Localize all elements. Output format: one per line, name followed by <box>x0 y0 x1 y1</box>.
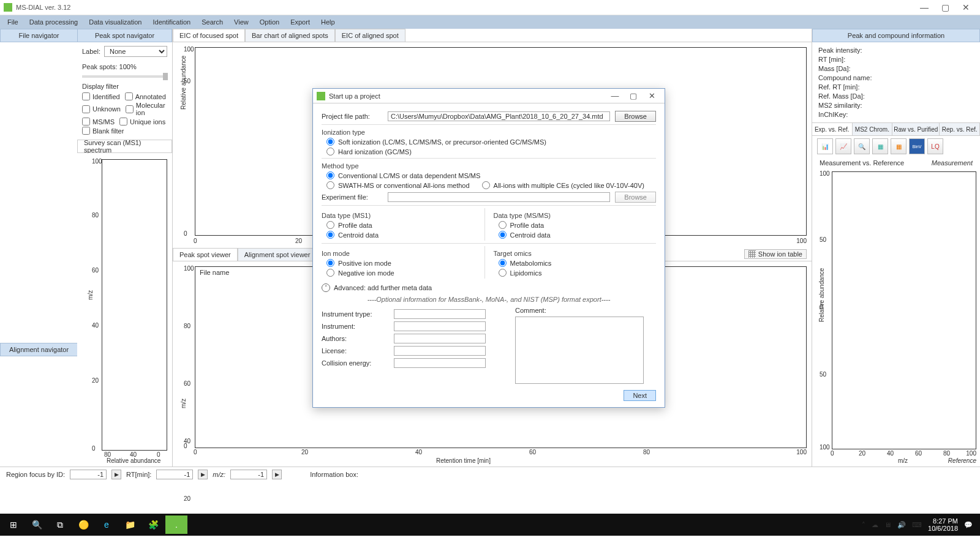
minimize-button[interactable]: — <box>914 2 935 12</box>
menu-search[interactable]: Search <box>197 17 228 27</box>
radio-msms-centroid[interactable] <box>499 231 507 239</box>
info-inchikey: InChIKey: <box>818 111 974 118</box>
radio-negative-ion[interactable] <box>326 269 334 277</box>
tray-onedrive-icon[interactable]: ☁ <box>872 521 878 529</box>
chart-icon-7[interactable]: LQ <box>927 138 943 154</box>
edge-icon[interactable]: e <box>96 515 118 534</box>
radio-allions[interactable] <box>482 181 490 189</box>
tab-bar-chart[interactable]: Bar chart of aligned spots <box>245 29 335 42</box>
tab-exp-vs-ref[interactable]: Exp. vs. Ref. <box>812 123 853 135</box>
chk-identified[interactable]: Identified <box>82 92 120 100</box>
chk-unique-ions[interactable]: Unique ions <box>119 118 165 126</box>
close-button[interactable]: ✕ <box>956 2 976 12</box>
dialog-app-icon <box>317 92 325 100</box>
instrument-label: Instrument: <box>322 323 389 330</box>
project-path-label: Project file path: <box>322 113 383 120</box>
comment-textarea[interactable] <box>515 317 644 384</box>
radio-conventional[interactable] <box>326 171 334 179</box>
tab-rep-vs-ref[interactable]: Rep. vs. Ref. <box>940 123 980 135</box>
menu-data-processing[interactable]: Data processing <box>24 17 83 27</box>
license-input[interactable] <box>394 346 486 356</box>
measurement-reference-plot[interactable]: Relative abundance 100 50 0 50 100 0 20 … <box>812 169 980 467</box>
tray-volume-icon[interactable]: 🔊 <box>897 521 906 529</box>
rt-input[interactable] <box>156 470 193 479</box>
msdial-taskbar-icon[interactable]: . <box>165 515 187 534</box>
label-select[interactable]: None <box>104 46 167 57</box>
chk-msms[interactable]: MS/MS <box>82 118 115 126</box>
dialog-minimize[interactable]: — <box>606 91 624 100</box>
start-button[interactable]: ⊞ <box>2 515 24 534</box>
show-ion-table-button[interactable]: Show ion table <box>744 249 807 259</box>
search-icon[interactable]: 🔍 <box>26 515 48 534</box>
collision-energy-input[interactable] <box>394 358 486 368</box>
chk-annotated[interactable]: Annotated <box>125 92 166 100</box>
chrome-icon[interactable]: 🟡 <box>72 515 94 534</box>
dialog-close[interactable]: ✕ <box>643 91 661 100</box>
collision-energy-label: Collision energy: <box>322 359 389 367</box>
chk-molecular-ion[interactable]: Molecular ion <box>126 102 167 116</box>
chart-icon-3[interactable]: 🔍 <box>854 138 870 154</box>
tab-eic-aligned[interactable]: EIC of aligned spot <box>335 29 405 42</box>
tray-lang-icon[interactable]: ⌨ <box>912 521 922 529</box>
radio-metabolomics[interactable] <box>499 259 507 267</box>
menu-file[interactable]: File <box>2 17 23 27</box>
survey-scan-plot[interactable]: m/z Relative abundance 100 80 60 40 20 0… <box>77 153 172 467</box>
menu-export[interactable]: Export <box>285 17 315 27</box>
menu-help[interactable]: Help <box>316 17 340 27</box>
tray-network-icon[interactable]: 🖥 <box>884 521 891 528</box>
chart-icon-1[interactable]: 📊 <box>817 138 833 154</box>
menu-view[interactable]: View <box>229 17 254 27</box>
region-focus-input[interactable] <box>70 470 107 479</box>
rt-label: RT[min]: <box>126 471 151 478</box>
radio-lipidomics[interactable] <box>499 269 507 277</box>
explorer-icon[interactable]: 📁 <box>119 515 141 534</box>
tab-raw-vs-purified[interactable]: Raw vs. Purified <box>892 123 940 135</box>
tray-notifications-icon[interactable]: 💬 <box>964 521 973 529</box>
dialog-maximize[interactable]: ▢ <box>624 91 643 100</box>
radio-hard-ionization[interactable] <box>326 148 334 156</box>
authors-input[interactable] <box>394 334 486 343</box>
tray-clock[interactable]: 8:27 PM 10/6/2018 <box>928 517 958 532</box>
radio-swath[interactable] <box>326 181 334 189</box>
radio-soft-ionization[interactable] <box>326 138 334 146</box>
advanced-toggle-icon[interactable]: ˄ <box>322 283 330 292</box>
start-project-dialog: Start up a project — ▢ ✕ Project file pa… <box>312 88 665 408</box>
mz-go[interactable]: ▶ <box>272 470 282 479</box>
tab-eic-focused[interactable]: EIC of focused spot <box>173 29 245 42</box>
menu-identification[interactable]: Identification <box>148 17 195 27</box>
mz-input[interactable] <box>230 470 267 479</box>
project-path-input[interactable] <box>388 111 610 121</box>
instrument-input[interactable] <box>394 321 486 331</box>
task-view-icon[interactable]: ⧉ <box>49 515 71 534</box>
next-button[interactable]: Next <box>624 390 656 401</box>
tab-ms2-chrom[interactable]: MS2 Chrom. <box>853 123 893 135</box>
tab-alignment-spot-viewer[interactable]: Alignment spot viewer <box>238 248 317 261</box>
status-bar: Region focus by ID: ▶ RT[min]: ▶ m/z: ▶ … <box>0 467 980 481</box>
chart-icon-5[interactable]: ▦ <box>891 138 907 154</box>
menu-data-visualization[interactable]: Data visualization <box>84 17 146 27</box>
compound-info-list: Peak intensity: RT [min]: Mass [Da]: Com… <box>812 42 980 122</box>
tray-chevron-icon[interactable]: ˄ <box>862 521 865 529</box>
survey-yaxis-label: m/z <box>87 290 94 300</box>
ion-mode-label: Ion mode <box>322 250 478 257</box>
radio-msms-profile[interactable] <box>499 221 507 229</box>
chart-icon-2[interactable]: 📈 <box>835 138 851 154</box>
project-path-browse[interactable]: Browse <box>615 111 656 122</box>
rt-go[interactable]: ▶ <box>198 470 208 479</box>
instrument-type-input[interactable] <box>394 309 486 319</box>
region-focus-go[interactable]: ▶ <box>111 470 121 479</box>
tab-peak-spot-viewer[interactable]: Peak spot viewer <box>173 248 238 261</box>
radio-ms1-centroid[interactable] <box>326 231 334 239</box>
chart-icon-6[interactable]: BinV <box>909 138 925 154</box>
chart-icon-4[interactable]: ▦ <box>872 138 888 154</box>
maximize-button[interactable]: ▢ <box>935 2 956 12</box>
app-icon-1[interactable]: 🧩 <box>142 515 164 534</box>
chk-blank-filter[interactable]: Blank filter <box>82 127 124 135</box>
chk-unknown[interactable]: Unknown <box>82 105 121 113</box>
menu-option[interactable]: Option <box>255 17 284 27</box>
tab-survey-scan[interactable]: Survey scan (MS1) spectrum <box>77 140 172 152</box>
peak-spot-navigator-header: Peak spot navigator <box>77 29 172 42</box>
peak-spots-slider[interactable] <box>82 75 168 78</box>
radio-ms1-profile[interactable] <box>326 221 334 229</box>
radio-positive-ion[interactable] <box>326 259 334 267</box>
